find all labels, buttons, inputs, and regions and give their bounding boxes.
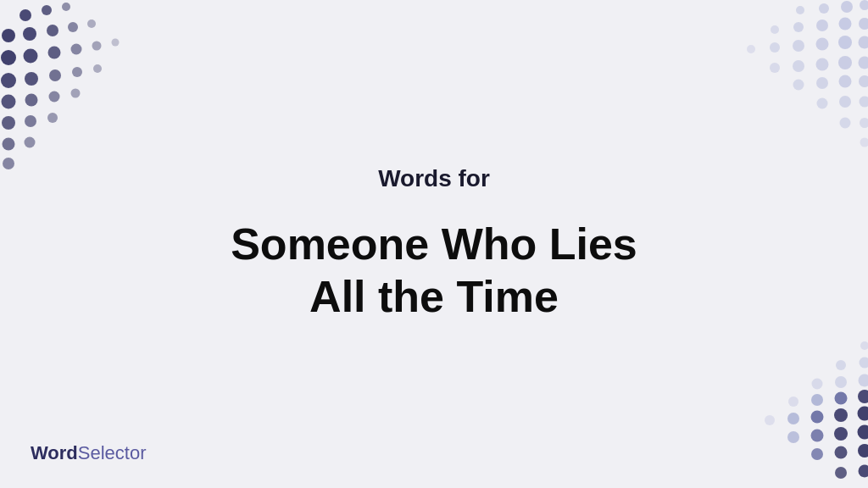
- svg-point-20: [25, 94, 38, 107]
- svg-point-41: [816, 38, 829, 51]
- svg-point-16: [49, 69, 61, 81]
- svg-point-4: [23, 27, 36, 41]
- svg-point-40: [793, 40, 804, 52]
- svg-point-61: [860, 358, 869, 369]
- svg-point-45: [793, 60, 804, 72]
- svg-point-37: [859, 18, 868, 30]
- svg-point-79: [835, 446, 848, 459]
- svg-point-70: [787, 413, 799, 424]
- svg-point-0: [19, 9, 31, 21]
- svg-point-56: [840, 118, 851, 129]
- svg-point-58: [860, 138, 869, 147]
- subtitle-text: Words for: [231, 165, 637, 192]
- svg-point-47: [838, 56, 852, 69]
- page-container: Words for Someone Who Lies All the Time …: [0, 0, 868, 488]
- svg-point-48: [859, 57, 869, 69]
- svg-point-52: [859, 75, 868, 87]
- svg-point-68: [858, 390, 868, 403]
- svg-point-63: [835, 376, 847, 388]
- svg-point-60: [836, 360, 846, 370]
- main-content: Words for Someone Who Lies All the Time: [231, 165, 637, 324]
- svg-point-74: [787, 431, 799, 443]
- svg-point-44: [770, 63, 780, 73]
- svg-point-8: [1, 50, 16, 65]
- top-right-decoration: [698, 0, 868, 178]
- top-left-decoration: [0, 0, 153, 169]
- svg-point-39: [770, 42, 780, 53]
- svg-point-33: [771, 25, 779, 34]
- svg-point-30: [819, 3, 829, 14]
- svg-point-31: [841, 1, 853, 13]
- svg-point-6: [68, 22, 78, 32]
- svg-point-11: [71, 44, 82, 55]
- svg-point-57: [860, 118, 868, 128]
- svg-point-36: [839, 18, 852, 30]
- logo: WordSelector: [31, 442, 147, 464]
- svg-point-15: [25, 72, 38, 86]
- svg-point-5: [47, 25, 58, 36]
- svg-point-54: [839, 96, 851, 108]
- svg-point-10: [48, 47, 61, 59]
- svg-point-81: [835, 467, 847, 479]
- svg-point-82: [859, 465, 869, 478]
- svg-point-43: [859, 36, 869, 49]
- svg-point-13: [112, 39, 120, 47]
- svg-point-77: [858, 425, 869, 440]
- svg-point-24: [25, 115, 36, 127]
- svg-point-78: [811, 448, 823, 460]
- svg-point-62: [812, 379, 823, 390]
- svg-point-71: [811, 411, 824, 424]
- svg-point-23: [2, 116, 15, 130]
- svg-point-26: [3, 138, 15, 151]
- svg-point-53: [817, 98, 828, 109]
- main-title-line2: All the Time: [309, 272, 559, 321]
- svg-point-46: [816, 58, 829, 71]
- svg-point-49: [793, 80, 804, 91]
- svg-point-2: [62, 3, 70, 11]
- svg-point-51: [839, 75, 852, 88]
- svg-point-28: [3, 158, 14, 169]
- svg-point-7: [87, 19, 96, 28]
- svg-point-59: [860, 341, 868, 350]
- svg-point-12: [92, 42, 102, 51]
- svg-point-69: [765, 415, 775, 425]
- svg-point-22: [71, 89, 81, 98]
- svg-point-66: [811, 394, 823, 406]
- logo-selector-part: Selector: [78, 442, 147, 463]
- svg-point-55: [860, 97, 869, 108]
- svg-point-27: [25, 137, 36, 148]
- svg-point-3: [2, 29, 15, 42]
- svg-point-64: [859, 374, 869, 387]
- svg-point-35: [816, 19, 828, 31]
- svg-point-19: [2, 95, 16, 109]
- svg-point-18: [93, 64, 102, 73]
- svg-point-1: [42, 5, 52, 15]
- svg-point-9: [24, 49, 38, 64]
- svg-point-21: [49, 92, 60, 103]
- svg-point-17: [72, 67, 82, 77]
- svg-point-65: [788, 396, 798, 407]
- svg-point-67: [835, 392, 848, 405]
- svg-point-32: [860, 0, 868, 10]
- svg-point-25: [47, 113, 58, 123]
- bottom-right-decoration: [698, 336, 868, 488]
- svg-point-73: [858, 407, 869, 421]
- main-title: Someone Who Lies All the Time: [231, 218, 637, 324]
- svg-point-42: [838, 36, 852, 49]
- svg-point-38: [747, 45, 755, 53]
- svg-point-80: [858, 444, 868, 458]
- svg-point-34: [793, 22, 804, 32]
- svg-point-72: [834, 408, 848, 422]
- svg-point-76: [834, 427, 848, 441]
- logo-word-part: Word: [31, 442, 78, 463]
- svg-point-75: [811, 430, 824, 442]
- svg-point-50: [816, 77, 828, 89]
- svg-point-14: [1, 73, 16, 88]
- main-title-line1: Someone Who Lies: [231, 219, 637, 269]
- svg-point-29: [796, 6, 804, 14]
